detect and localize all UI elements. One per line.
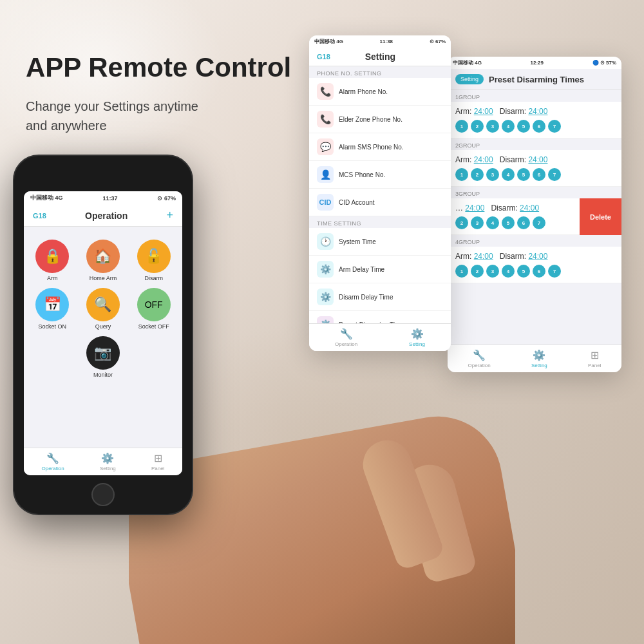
sub-title-line1: Change your Settings anytime [26,99,198,113]
query-circle[interactable]: 🔍 [86,288,120,321]
day-3-3[interactable]: 3 [471,216,484,229]
day-2-2[interactable]: 2 [471,168,484,181]
day-3-6[interactable]: 6 [517,216,530,229]
dp-setting-label: Setting [531,363,547,368]
dp-tab-panel[interactable]: ⊞ Panel [588,349,601,368]
day-1-3[interactable]: 3 [486,120,499,133]
dp-operation-icon: 🔧 [473,349,486,361]
dp-group-3-header: 3GROUP [448,187,621,198]
sp-status-bar: 中国移动 4G 11:38 ⊙ 67% [309,35,451,48]
sp-arm-delay-icon: ⚙️ [317,261,334,278]
day-4-2[interactable]: 2 [471,265,484,278]
sp-row-sms-phone[interactable]: 💬 Alarm SMS Phone No. [309,133,451,161]
dp-group-1-days: 1 2 3 4 5 6 7 [455,120,614,133]
dp-group-1-content: Arm: 24:00 Disarm: 24:00 1 2 3 4 5 6 7 [448,102,621,138]
tab-operation-left[interactable]: 🔧 Operation [42,452,64,471]
arm-circle[interactable]: 🔒 [35,240,69,273]
sp-system-time-label: System Time [339,238,376,245]
dp-bottom-tabs: 🔧 Operation ⚙️ Setting ⊞ Panel [448,345,621,372]
sub-title: Change your Settings anytime and anywher… [26,97,291,135]
disarm-button-item[interactable]: 🔓 Disarm [137,240,171,281]
day-4-3[interactable]: 3 [486,265,499,278]
sp-row-cid[interactable]: CID CID Account [309,189,451,216]
socket-off-button-item[interactable]: OFF Socket OFF [137,288,171,330]
dp-nav-title: Preset Disarming Times [489,75,584,84]
phone-screen-left: 中国移动 4G 11:37 ⊙ 67% G18 Operation + 🔒 Ar… [24,191,182,475]
sp-time: 11:38 [380,39,393,44]
sp-row-system-time[interactable]: 🕐 System Time [309,228,451,256]
sp-tab-setting[interactable]: ⚙️ Setting [409,328,425,347]
dp-panel-icon: ⊞ [591,349,599,361]
monitor-button-item[interactable]: 📷 Monitor [86,336,120,378]
home-arm-circle[interactable]: 🏠 [86,240,120,273]
socket-on-circle[interactable]: 📅 [35,288,69,321]
sp-alarm-phone-icon: 📞 [317,83,334,100]
day-1-4[interactable]: 4 [502,120,515,133]
dp-back-button[interactable]: Setting [455,74,484,84]
arm-label: Arm [47,275,58,281]
day-3-7[interactable]: 7 [533,216,545,229]
panel-icon-left: ⊞ [154,452,162,464]
sp-sms-phone-icon: 💬 [317,138,334,155]
dp-tab-operation[interactable]: 🔧 Operation [468,349,491,368]
day-2-3[interactable]: 3 [486,168,499,181]
plus-button-left[interactable]: + [166,209,173,222]
day-1-5[interactable]: 5 [517,120,530,133]
disarm-label: Disarm [144,275,163,281]
dp-group-2-header: 2GROUP [448,138,621,150]
day-3-2[interactable]: 2 [455,216,468,229]
sp-arm-delay-label: Arm Delay Time [339,266,384,273]
day-4-6[interactable]: 6 [533,265,545,278]
sp-row-elder-phone[interactable]: 📞 Elder Zone Phone No. [309,106,451,133]
day-4-4[interactable]: 4 [502,265,515,278]
monitor-circle[interactable]: 📷 [86,336,120,370]
day-2-5[interactable]: 5 [517,168,530,181]
sp-cid-label: CID Account [339,199,375,206]
day-2-1[interactable]: 1 [455,168,468,181]
day-4-1[interactable]: 1 [455,265,468,278]
sp-row-mcs-phone[interactable]: 👤 MCS Phone No. [309,161,451,189]
delete-button-group3[interactable]: Delete [580,198,621,235]
disarm-circle[interactable]: 🔓 [137,240,171,273]
day-3-4[interactable]: 4 [486,216,499,229]
day-2-7[interactable]: 7 [548,168,561,181]
sp-operation-label: Operation [335,341,357,347]
sp-row-disarm-delay[interactable]: ⚙️ Disarm Delay Time [309,283,451,311]
setting-icon-left: ⚙️ [101,452,114,464]
sp-row-arm-delay[interactable]: ⚙️ Arm Delay Time [309,256,451,283]
sp-setting-icon: ⚙️ [411,328,424,340]
sp-disarm-delay-label: Disarm Delay Time [339,294,393,301]
tab-setting-left[interactable]: ⚙️ Setting [100,452,116,471]
nav-title-left: Operation [85,211,128,221]
day-2-4[interactable]: 4 [502,168,515,181]
home-arm-button-item[interactable]: 🏠 Home Arm [86,240,120,281]
day-1-7[interactable]: 7 [548,120,561,133]
sp-title: Setting [365,52,395,62]
tab-setting-label-left: Setting [100,466,116,471]
main-title: APP Remote Control [26,52,291,84]
day-1-6[interactable]: 6 [533,120,545,133]
day-1-1[interactable]: 1 [455,120,468,133]
socket-off-circle[interactable]: OFF [137,288,171,321]
tab-panel-left[interactable]: ⊞ Panel [151,452,164,471]
day-4-5[interactable]: 5 [517,265,530,278]
socket-on-button-item[interactable]: 📅 Socket ON [35,288,69,330]
day-2-6[interactable]: 6 [533,168,545,181]
sp-sms-phone-label: Alarm SMS Phone No. [339,144,404,151]
day-1-2[interactable]: 2 [471,120,484,133]
home-button-left[interactable] [91,483,115,506]
operation-icon-left: 🔧 [46,452,59,464]
arm-button-item[interactable]: 🔒 Arm [35,240,69,281]
sp-carrier: 中国移动 4G [314,38,343,45]
socket-on-label: Socket ON [39,323,67,330]
sp-row-alarm-phone[interactable]: 📞 Alarm Phone No. [309,78,451,106]
day-4-7[interactable]: 7 [548,265,561,278]
disarming-panel: 中国移动 4G 12:29 🔵 ⊙ 57% Setting Preset Dis… [448,57,621,372]
dp-nav: Setting Preset Disarming Times [448,69,621,90]
dp-group-4-days: 1 2 3 4 5 6 7 [455,265,614,278]
dp-tab-setting[interactable]: ⚙️ Setting [531,349,547,368]
query-button-item[interactable]: 🔍 Query [86,288,120,330]
day-3-5[interactable]: 5 [502,216,515,229]
sp-tab-operation[interactable]: 🔧 Operation [335,328,357,347]
nav-bar-left: G18 Operation + [24,205,182,227]
